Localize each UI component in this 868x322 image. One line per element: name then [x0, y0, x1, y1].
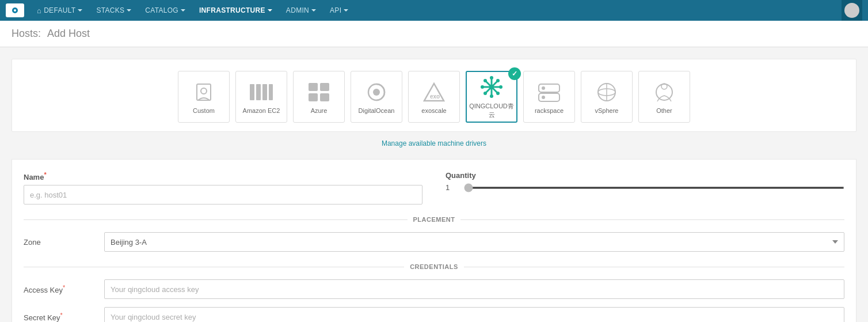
nav-item-catalog[interactable]: CATALOG: [138, 0, 192, 21]
digitalocean-icon: [364, 79, 389, 105]
provider-card-row: Custom Amazon EC2: [12, 59, 856, 132]
quantity-value: 1: [446, 183, 457, 192]
zone-input-wrap: Beijing 3-A Beijing 3-B Shanghai 1-A: [104, 232, 844, 252]
svg-point-31: [542, 86, 545, 90]
provider-label-vsphere: vSphere: [595, 107, 619, 114]
chevron-down-icon: [344, 9, 348, 12]
avatar: [844, 3, 859, 18]
secret-key-input-wrap: [104, 307, 844, 322]
secret-key-input[interactable]: [104, 307, 844, 322]
provider-card-digitalocean[interactable]: DigitalOcean: [351, 71, 402, 123]
zone-select[interactable]: Beijing 3-A Beijing 3-B Shanghai 1-A: [104, 232, 844, 252]
provider-label-qingcloud: QINGCLOUD青云: [467, 102, 516, 119]
name-label: Name*: [24, 171, 422, 181]
svg-point-23: [481, 85, 484, 89]
access-key-label: Access Key*: [24, 284, 104, 294]
svg-rect-9: [320, 83, 329, 91]
secret-key-field-row: Secret Key*: [24, 307, 844, 322]
svg-point-21: [490, 76, 493, 79]
content-area: Custom Amazon EC2: [0, 47, 868, 322]
placement-divider: PLACEMENT: [24, 216, 844, 223]
svg-rect-11: [320, 93, 329, 101]
provider-card-exoscale[interactable]: exo exoscale: [408, 71, 460, 123]
nav-items: ⌂ default STACKS CATALOG INFRASTRUCTURE …: [30, 0, 842, 21]
svg-point-32: [542, 96, 545, 99]
svg-point-36: [656, 84, 672, 100]
provider-label-other: Other: [656, 107, 672, 114]
name-input[interactable]: [24, 185, 422, 204]
exoscale-icon: exo: [421, 79, 447, 105]
provider-card-qingcloud[interactable]: ✓: [466, 71, 517, 123]
provider-selection: Custom Amazon EC2: [12, 59, 856, 147]
access-key-field-row: Access Key*: [24, 279, 844, 299]
provider-label-digitalocean: DigitalOcean: [359, 107, 395, 114]
cred-divider-line-right: [464, 267, 844, 267]
secret-key-label: Secret Key*: [24, 312, 104, 322]
zone-label: Zone: [24, 238, 104, 247]
user-menu[interactable]: [842, 0, 862, 21]
provider-label-custom: Custom: [193, 107, 215, 114]
svg-rect-10: [309, 93, 318, 101]
quantity-label: Quantity: [446, 171, 844, 180]
nav-item-infrastructure[interactable]: INFRASTRUCTURE: [192, 0, 279, 21]
provider-card-rackspace[interactable]: rackspace: [523, 71, 575, 123]
cred-divider-line-left: [24, 267, 404, 267]
svg-point-20: [489, 85, 494, 89]
manage-drivers-link[interactable]: Manage available machine drivers: [382, 139, 486, 147]
provider-card-amazon-ec2[interactable]: Amazon EC2: [235, 71, 287, 123]
provider-label-amazon-ec2: Amazon EC2: [243, 107, 280, 114]
chevron-down-icon: [181, 9, 185, 12]
nav-item-api[interactable]: API: [323, 0, 355, 21]
nav-item-stacks[interactable]: STACKS: [89, 0, 138, 21]
azure-icon: [306, 79, 332, 105]
svg-rect-8: [309, 83, 318, 91]
provider-card-other[interactable]: Other: [638, 71, 690, 123]
svg-point-28: [484, 92, 487, 95]
provider-card-azure[interactable]: Azure: [293, 71, 345, 123]
other-icon: [652, 79, 677, 105]
amazon-ec2-icon: [249, 79, 274, 105]
svg-rect-7: [269, 84, 273, 100]
svg-point-13: [373, 89, 380, 96]
app-logo[interactable]: [6, 3, 24, 17]
svg-point-27: [496, 79, 500, 82]
provider-card-vsphere[interactable]: vSphere: [581, 71, 633, 123]
provider-label-exoscale: exoscale: [421, 107, 446, 114]
name-quantity-row: Name* Quantity 1: [24, 171, 844, 204]
name-col: Name*: [24, 171, 434, 204]
svg-point-25: [484, 79, 487, 82]
svg-rect-5: [256, 84, 261, 100]
quantity-row: 1: [446, 183, 844, 192]
svg-point-3: [201, 88, 207, 94]
nav-item-default[interactable]: ⌂ default: [30, 0, 89, 21]
chevron-down-icon: [311, 9, 316, 12]
selected-check-icon: ✓: [508, 67, 521, 80]
nav-item-admin[interactable]: ADMIN: [279, 0, 323, 21]
page-title: Hosts: Add Host: [12, 28, 856, 40]
credentials-divider: CREDENTIALS: [24, 263, 844, 270]
provider-label-azure: Azure: [311, 107, 328, 114]
page-header: Hosts: Add Host: [0, 21, 868, 47]
qingcloud-icon: [479, 74, 504, 100]
divider-line-left: [24, 219, 408, 220]
chevron-down-icon: [268, 9, 272, 12]
svg-point-26: [496, 92, 500, 95]
svg-point-24: [499, 85, 502, 89]
svg-point-1: [14, 9, 16, 12]
placement-section-label: PLACEMENT: [413, 216, 455, 223]
quantity-col: Quantity 1: [434, 171, 844, 192]
rackspace-icon: [536, 79, 562, 105]
custom-icon: [191, 79, 216, 105]
manage-link-row: Manage available machine drivers: [12, 139, 856, 147]
divider-line-right: [460, 219, 844, 220]
chevron-down-icon: [127, 9, 131, 12]
access-key-input[interactable]: [104, 279, 844, 299]
svg-text:exo: exo: [430, 93, 440, 100]
svg-rect-4: [250, 84, 254, 100]
top-navigation: ⌂ default STACKS CATALOG INFRASTRUCTURE …: [0, 0, 868, 21]
provider-card-custom[interactable]: Custom: [178, 71, 230, 123]
svg-point-22: [490, 94, 493, 98]
chevron-down-icon: [78, 9, 82, 12]
credentials-section-label: CREDENTIALS: [410, 263, 458, 270]
quantity-slider[interactable]: [464, 187, 844, 189]
